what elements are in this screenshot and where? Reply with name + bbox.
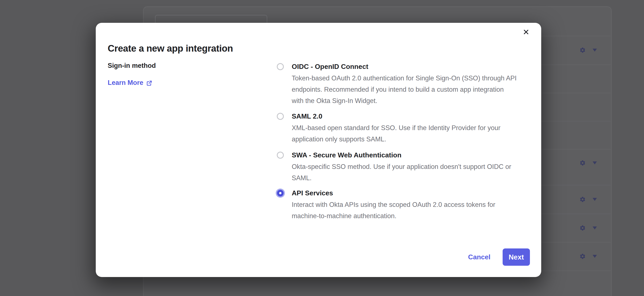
close-button[interactable] xyxy=(521,27,531,37)
radio-option[interactable]: SAML 2.0 XML-based open standard for SSO… xyxy=(277,112,500,145)
option-label: SWA - Secure Web Authentication xyxy=(292,151,511,159)
radio-option[interactable]: OIDC - OpenID Connect Token-based OAuth … xyxy=(277,62,517,106)
option-description: XML-based open standard for SSO. Use if … xyxy=(292,122,500,145)
option-label: API Services xyxy=(292,189,495,197)
modal-title: Create a new app integration xyxy=(108,43,233,54)
option-description: Token-based OAuth 2.0 authentication for… xyxy=(292,72,517,106)
option-label: SAML 2.0 xyxy=(292,112,500,120)
learn-more-label: Learn More xyxy=(108,78,143,87)
option-label: OIDC - OpenID Connect xyxy=(292,62,517,71)
external-link-icon xyxy=(146,80,152,86)
radio-button[interactable] xyxy=(277,113,284,120)
page-background: { "modal": { "title": "Create a new app … xyxy=(0,0,644,296)
option-description: Interact with Okta APIs using the scoped… xyxy=(292,199,495,222)
close-icon xyxy=(523,29,529,35)
radio-button[interactable] xyxy=(277,152,284,159)
create-app-integration-modal: Create a new app integration Sign-in met… xyxy=(96,23,541,277)
radio-button[interactable] xyxy=(277,63,284,70)
learn-more-link[interactable]: Learn More xyxy=(108,78,152,87)
radio-button[interactable] xyxy=(277,190,284,196)
signin-method-label: Sign-in method xyxy=(108,62,156,70)
next-button[interactable]: Next xyxy=(502,248,530,266)
cancel-button[interactable]: Cancel xyxy=(468,253,490,261)
radio-option[interactable]: SWA - Secure Web Authentication Okta-spe… xyxy=(277,151,511,184)
option-description: Okta-specific SSO method. Use if your ap… xyxy=(292,161,511,184)
radio-option[interactable]: API Services Interact with Okta APIs usi… xyxy=(277,189,495,222)
